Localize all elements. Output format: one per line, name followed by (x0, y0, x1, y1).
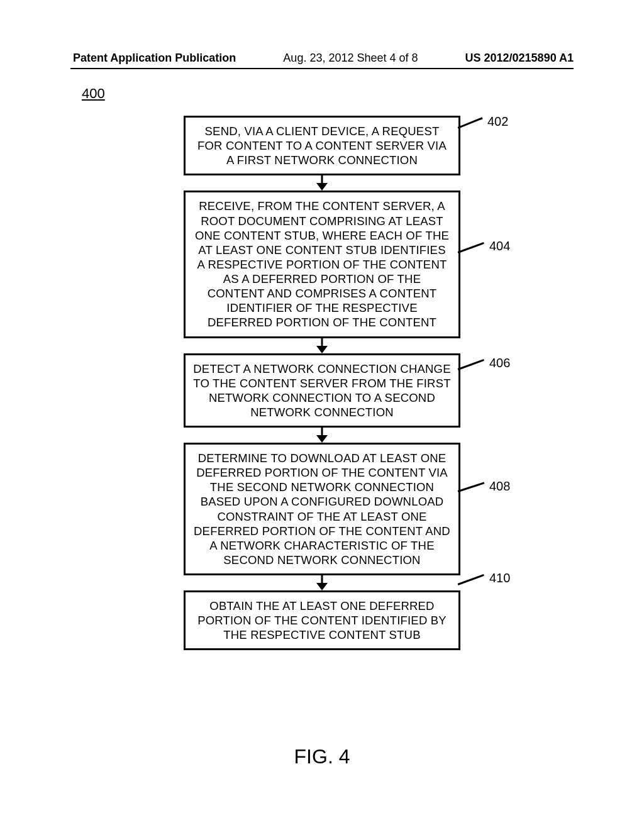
leader-408 (458, 482, 485, 492)
leader-410 (458, 574, 484, 585)
step-408-text: DETERMINE TO DOWNLOAD AT LEAST ONE DEFER… (194, 451, 450, 567)
arrow-down-icon (316, 183, 328, 191)
leader-404 (458, 242, 484, 253)
arrow-down-icon (316, 346, 328, 353)
header-left: Patent Application Publication (73, 52, 236, 65)
figure-number: 400 (82, 86, 105, 102)
leader-402 (458, 117, 483, 128)
step-402-text: SEND, VIA A CLIENT DEVICE, A REQUEST FOR… (197, 124, 447, 167)
step-406-text: DETECT A NETWORK CONNECTION CHANGE TO TH… (193, 362, 450, 419)
arrow-down-icon (316, 583, 328, 590)
step-404-text: RECEIVE, FROM THE CONTENT SERVER, A ROOT… (195, 199, 449, 329)
page: Patent Application Publication Aug. 23, … (0, 0, 644, 830)
step-406-box: DETECT A NETWORK CONNECTION CHANGE TO TH… (184, 353, 460, 428)
figure-caption: FIG. 4 (0, 745, 644, 768)
arrow-402-404 (184, 175, 460, 191)
ref-408: 408 (489, 479, 510, 494)
header-right: US 2012/0215890 A1 (465, 52, 574, 65)
arrow-406-408 (184, 428, 460, 443)
leader-406 (458, 359, 484, 370)
step-402-box: SEND, VIA A CLIENT DEVICE, A REQUEST FOR… (184, 116, 460, 175)
arrow-404-406 (184, 338, 460, 353)
ref-406: 406 (489, 356, 510, 370)
step-410-text: OBTAIN THE AT LEAST ONE DEFERRED PORTION… (197, 599, 447, 641)
step-408-box: DETERMINE TO DOWNLOAD AT LEAST ONE DEFER… (184, 443, 460, 575)
ref-402: 402 (487, 114, 508, 129)
flowchart: SEND, VIA A CLIENT DEVICE, A REQUEST FOR… (0, 116, 644, 650)
header-mid: Aug. 23, 2012 Sheet 4 of 8 (283, 52, 418, 65)
step-410-box: OBTAIN THE AT LEAST ONE DEFERRED PORTION… (184, 590, 460, 650)
step-404-box: RECEIVE, FROM THE CONTENT SERVER, A ROOT… (184, 191, 460, 338)
ref-410: 410 (489, 571, 510, 585)
arrow-down-icon (316, 435, 328, 443)
ref-404: 404 (489, 239, 510, 253)
arrow-408-410 (184, 575, 460, 590)
header-rule (70, 68, 574, 69)
page-header: Patent Application Publication Aug. 23, … (0, 52, 644, 65)
